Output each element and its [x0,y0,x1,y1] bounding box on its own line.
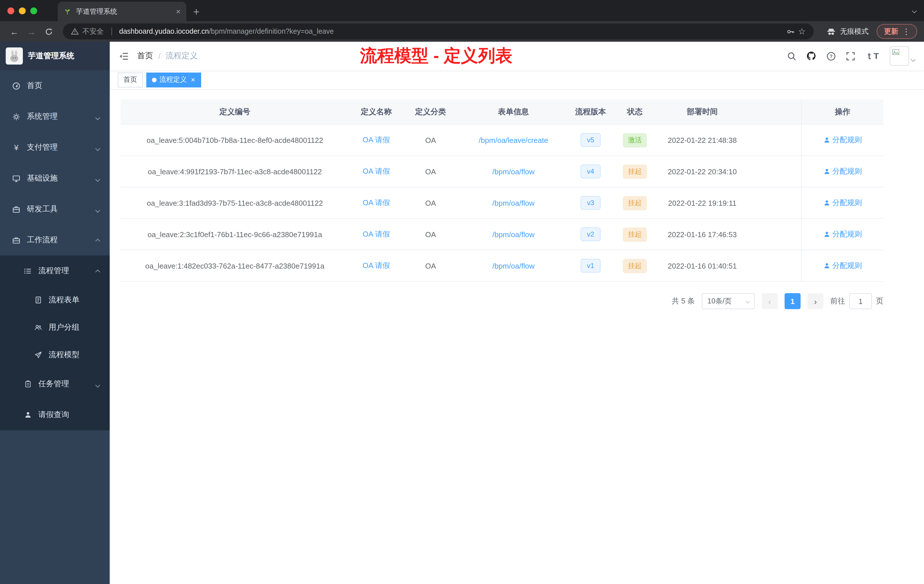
sidebar-item-devtools[interactable]: 研发工具 [0,194,110,224]
sidebar-item-leave-query[interactable]: 请假查询 [0,399,110,430]
deploy-time: 2022-01-16 17:46:53 [658,230,747,239]
tag-label: 流程定义 [159,75,187,84]
chevron-down-icon [96,174,99,183]
sidebar-item-workflow[interactable]: 工作流程 [0,224,110,256]
tag-home[interactable]: 首页 [118,72,143,87]
tag-close-icon[interactable]: × [191,76,195,83]
form-link[interactable]: /bpm/oa/leave/create [479,136,548,144]
next-page-button[interactable]: › [807,293,823,309]
prev-page-button[interactable]: ‹ [762,293,778,309]
search-icon[interactable] [787,51,797,61]
reload-icon[interactable] [41,27,56,36]
sidebar-item-user-group[interactable]: 用户分组 [0,314,110,341]
version-badge: v4 [581,165,600,178]
goto-page: 前往 页 [830,293,883,309]
help-icon[interactable]: ? [826,51,836,61]
fullscreen-icon[interactable] [846,51,855,61]
browser-tabstrip: 芋道管理系统 × + [0,0,924,21]
assign-rule-button[interactable]: 分配规则 [823,198,862,208]
status-badge: 激活 [623,133,647,147]
definition-name-link[interactable]: OA 请假 [363,135,390,144]
browser-menu-icon[interactable]: ⋮ [898,27,914,36]
col-header: 定义编号 [120,107,349,117]
active-dot [152,78,157,82]
assign-rule-button[interactable]: 分配规则 [823,261,862,271]
list-icon [23,267,33,275]
status-badge: 挂起 [623,259,647,273]
tags-view: 首页 流程定义 × [110,70,924,90]
close-window-button[interactable] [7,7,14,14]
sidebar-item-process-model[interactable]: 流程模型 [0,341,110,369]
definition-table: 定义编号 定义名称 定义分类 表单信息 流程版本 状态 部署时间 操作 oa_l… [120,99,883,282]
version-badge: v5 [581,133,600,147]
url-text: dashboard.yudao.iocoder.cn/bpm/manager/d… [119,27,334,35]
page-size-select[interactable]: 10条/页 [702,293,755,309]
screen: 芋道管理系统 × + ← → 不安全 dashboard.yudao.iocod… [0,0,924,584]
user-avatar[interactable] [890,46,909,66]
sidebar-item-infra[interactable]: 基础设施 [0,163,110,194]
definition-name-link[interactable]: OA 请假 [363,261,390,270]
definition-name-link[interactable]: OA 请假 [363,167,390,175]
zoom-window-button[interactable] [30,7,37,14]
col-header: 定义分类 [403,107,458,117]
minimize-window-button[interactable] [19,7,26,14]
url-domain: dashboard.yudao.iocoder.cn [119,27,209,35]
back-icon[interactable]: ← [7,26,22,36]
not-secure-warning-icon[interactable] [71,27,79,35]
definition-category: OA [403,167,458,176]
status-badge: 挂起 [623,164,647,178]
sidebar-item-home[interactable]: 首页 [0,70,110,101]
font-size-icon[interactable]: ｔT [865,51,879,61]
tag-process-definition[interactable]: 流程定义 × [146,72,201,87]
new-tab-button[interactable]: + [193,6,200,17]
assign-rule-button[interactable]: 分配规则 [823,166,862,177]
form-link[interactable]: /bpm/oa/flow [492,167,534,176]
table-row: oa_leave:4:991f2193-7b7f-11ec-a3c8-acde4… [120,156,883,187]
deploy-time: 2022-01-16 01:40:51 [658,261,747,270]
yen-icon: ¥ [12,144,21,152]
definition-id: oa_leave:4:991f2193-7b7f-11ec-a3c8-acde4… [120,167,349,176]
chevron-down-icon [96,112,99,121]
definition-category: OA [403,261,458,270]
deploy-time: 2022-01-22 19:19:11 [658,199,747,207]
definition-name-link[interactable]: OA 请假 [363,230,390,238]
assign-rule-button[interactable]: 分配规则 [823,135,862,145]
sidebar-item-process-form[interactable]: 流程表单 [0,286,110,314]
page-1-button[interactable]: 1 [785,293,800,309]
sidebar: 芋道管理系统 首页 系统管理 ¥ 支付管理 [0,42,110,584]
table-row: oa_leave:2:3c1f0ef1-76b1-11ec-9c66-a2380… [120,219,883,250]
divider [111,27,112,35]
sidebar-item-process-management[interactable]: 流程管理 [0,256,110,286]
goto-page-input[interactable] [849,293,872,309]
logo-avatar [6,48,23,64]
assign-rule-button[interactable]: 分配规则 [823,229,862,239]
app-logo[interactable]: 芋道管理系统 [0,42,110,70]
sidebar-item-label: 流程模型 [49,350,79,360]
sidebar-item-label: 任务管理 [38,379,69,389]
sidebar-fold-icon[interactable] [119,51,129,61]
bookmark-star-icon[interactable]: ☆ [798,26,806,36]
chevron-up-icon [96,267,99,275]
tab-search-icon[interactable] [912,5,916,15]
chrome-update-button[interactable]: 更新 ⋮ [876,24,917,39]
tab-close-icon[interactable]: × [176,7,181,15]
form-link[interactable]: /bpm/oa/flow [492,230,534,239]
password-key-icon[interactable] [786,27,795,36]
sidebar-item-payment[interactable]: ¥ 支付管理 [0,132,110,163]
definition-name-link[interactable]: OA 请假 [363,198,390,207]
sidebar-item-task-management[interactable]: 任务管理 [0,369,110,399]
form-link[interactable]: /bpm/oa/flow [492,261,534,270]
github-icon[interactable] [806,51,817,61]
users-icon [33,323,43,332]
toolbox-icon [12,205,21,213]
browser-tab[interactable]: 芋道管理系统 × [58,2,186,21]
user-menu[interactable] [890,46,915,66]
table-row: oa_leave:5:004b710b-7b8a-11ec-8ef0-acde4… [120,125,883,156]
forward-icon[interactable]: → [24,26,39,36]
deploy-time: 2022-01-22 21:48:38 [658,136,747,144]
sidebar-item-system[interactable]: 系统管理 [0,101,110,132]
address-bar[interactable]: 不安全 dashboard.yudao.iocoder.cn/bpm/manag… [63,23,814,40]
sidebar-item-label: 系统管理 [27,111,58,122]
breadcrumb-home[interactable]: 首页 [137,51,153,61]
form-link[interactable]: /bpm/oa/flow [492,199,534,207]
